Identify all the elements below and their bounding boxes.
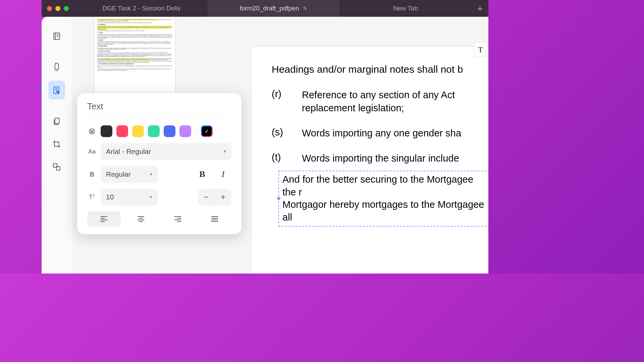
align-center-button[interactable]	[124, 212, 158, 226]
sidebar-edit-text-button[interactable]	[48, 81, 65, 100]
font-row: Aa Arial - Regular ▼	[87, 143, 231, 160]
color-green[interactable]	[148, 125, 160, 137]
chevron-down-icon: ▼	[149, 172, 153, 177]
font-icon: Aa	[87, 148, 97, 155]
close-window-button[interactable]	[47, 6, 52, 11]
new-tab-button[interactable]: +	[472, 3, 488, 14]
clause-row: (t) Words importing the singular include	[272, 152, 488, 165]
window-controls	[42, 6, 69, 11]
clause-label: (s)	[272, 127, 302, 140]
titlebar: DGE Task 2 - Session Deliv form20_draft_…	[42, 0, 488, 17]
size-select[interactable]: 10 ▼	[101, 189, 158, 205]
page-heading: Headings and/or marginal notes shall not…	[272, 64, 488, 75]
size-stepper: − +	[198, 189, 231, 205]
tab-1[interactable]: DGE Task 2 - Session Deliv	[75, 0, 208, 17]
book-icon	[52, 32, 61, 41]
chevron-down-icon: ▼	[149, 195, 153, 199]
fullscreen-window-button[interactable]	[64, 6, 69, 11]
clause-row: (s) Words importing any one gender sha	[272, 127, 488, 140]
divider	[53, 106, 60, 106]
color-row: ✓	[87, 125, 231, 137]
font-select[interactable]: Arial - Regular ▼	[101, 143, 231, 160]
edit-document-icon	[52, 86, 61, 95]
size-decrease-button[interactable]: −	[198, 189, 215, 205]
italic-button[interactable]: I	[215, 166, 231, 183]
align-left-button[interactable]	[87, 212, 121, 226]
text-edit-box[interactable]: And for the better securing to the Mortg…	[278, 171, 488, 227]
tab-label: form20_draft_pdfpen	[240, 5, 299, 12]
align-right-icon	[174, 216, 181, 222]
svg-point-8	[91, 132, 92, 133]
color-red[interactable]	[116, 125, 128, 137]
panel-title: Text	[87, 101, 231, 118]
align-justify-button[interactable]	[198, 212, 231, 226]
align-right-button[interactable]	[161, 212, 195, 226]
bold-icon: B	[87, 171, 97, 178]
minimize-window-button[interactable]	[55, 6, 60, 11]
size-icon: TT	[87, 194, 97, 201]
clause-label: (r)	[272, 88, 302, 115]
bold-button[interactable]: B	[194, 166, 211, 183]
tab-2[interactable]: form20_draft_pdfpen ✎	[208, 0, 340, 17]
svg-point-6	[91, 130, 92, 131]
tab-label: DGE Task 2 - Session Deliv	[102, 5, 180, 12]
text-format-panel: Text ✓ Aa Arial - Regular ▼ B Regular ▼ …	[77, 93, 241, 234]
clause-row: (r) Reference to any section of any Act …	[272, 88, 488, 115]
tab-bar: DGE Task 2 - Session Deliv form20_draft_…	[75, 0, 472, 17]
align-center-icon	[137, 216, 145, 222]
sidebar	[42, 17, 72, 274]
color-yellow[interactable]	[132, 125, 144, 137]
color-picker-button[interactable]: ✓	[201, 125, 213, 137]
size-increase-button[interactable]: +	[215, 189, 231, 205]
sidebar-layers-button[interactable]	[48, 158, 65, 176]
text-tool-button[interactable]: T	[474, 42, 487, 57]
svg-point-7	[92, 130, 93, 131]
documents-icon	[52, 117, 61, 126]
size-value: 10	[106, 193, 114, 201]
weight-select[interactable]: Regular ▼	[101, 166, 158, 183]
main-page: Headings and/or marginal notes shall not…	[252, 47, 488, 274]
crop-icon	[52, 140, 61, 148]
color-purple[interactable]	[179, 125, 191, 137]
chevron-down-icon: ▼	[223, 149, 227, 154]
clause-text: Reference to any section of any Act repl…	[302, 88, 488, 115]
edit-text-content: And for the better securing to the Mortg…	[282, 174, 484, 223]
color-blue[interactable]	[164, 125, 175, 137]
sidebar-highlighter-button[interactable]	[48, 58, 65, 77]
sidebar-documents-button[interactable]	[48, 112, 65, 131]
highlighter-icon	[52, 62, 61, 72]
font-value: Arial - Regular	[106, 147, 151, 156]
weight-value: Regular	[106, 170, 131, 178]
pencil-icon: ✎	[303, 5, 307, 12]
sidebar-crop-button[interactable]	[48, 135, 65, 154]
size-row: TT 10 ▼ − +	[87, 189, 231, 205]
checkmark-icon: ✓	[202, 126, 212, 136]
alignment-row	[87, 212, 231, 226]
clause-label: (t)	[272, 152, 302, 165]
tab-label: New Tab	[393, 5, 418, 12]
clause-text: Words importing the singular include	[302, 152, 488, 165]
svg-rect-2	[55, 118, 59, 123]
color-black[interactable]	[101, 125, 112, 137]
align-justify-icon	[211, 216, 218, 222]
sidebar-contents-button[interactable]	[48, 27, 65, 46]
clause-text: Words importing any one gender sha	[302, 127, 488, 140]
divider	[196, 127, 196, 136]
svg-point-5	[89, 128, 95, 134]
text-tool-label: T	[478, 45, 483, 54]
layers-icon	[52, 163, 61, 171]
align-left-icon	[100, 216, 108, 222]
tab-3[interactable]: New Tab	[339, 0, 472, 17]
weight-row: B Regular ▼ B I	[87, 166, 231, 183]
divider	[53, 52, 60, 52]
palette-icon	[87, 128, 97, 135]
